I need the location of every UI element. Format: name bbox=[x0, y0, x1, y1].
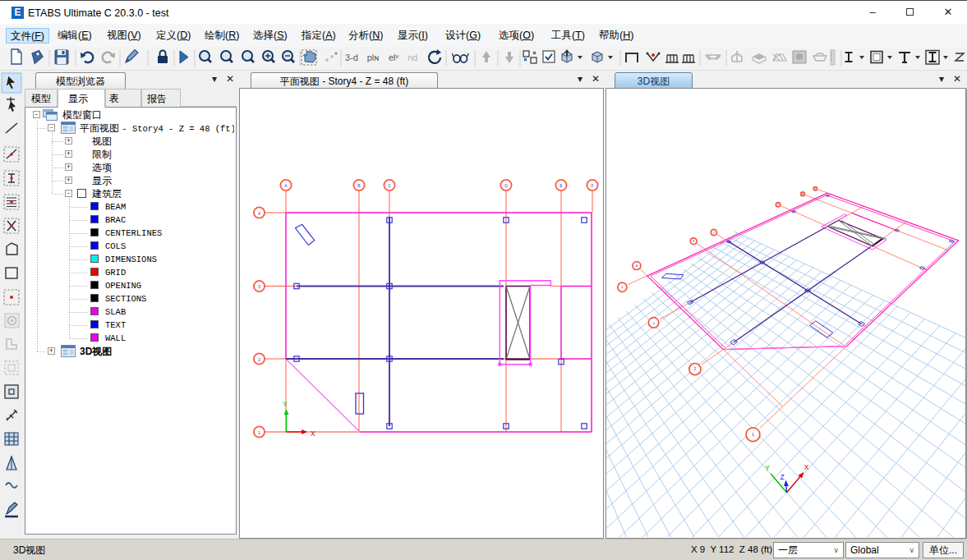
svg-text:2: 2 bbox=[258, 357, 260, 362]
svg-text:elᵛ: elᵛ bbox=[389, 53, 399, 62]
svg-text:C: C bbox=[388, 183, 391, 188]
svg-text:X: X bbox=[804, 463, 809, 471]
svg-text:plɴ: plɴ bbox=[367, 53, 380, 62]
svg-text:nd: nd bbox=[408, 53, 417, 62]
svg-text:1: 1 bbox=[752, 432, 754, 437]
svg-text:3-d: 3-d bbox=[345, 53, 358, 62]
svg-text:2: 2 bbox=[694, 367, 697, 371]
svg-text:E: E bbox=[559, 183, 563, 188]
svg-text:F: F bbox=[814, 187, 816, 190]
svg-text:E: E bbox=[802, 193, 804, 196]
svg-text:Y: Y bbox=[765, 464, 770, 472]
svg-text:Y: Y bbox=[283, 400, 288, 408]
svg-text:3: 3 bbox=[258, 284, 260, 289]
svg-text:4: 4 bbox=[258, 211, 260, 216]
svg-text:F: F bbox=[591, 183, 593, 188]
svg-text:B: B bbox=[693, 240, 694, 243]
svg-text:1: 1 bbox=[258, 430, 260, 435]
svg-text:B: B bbox=[357, 183, 361, 188]
svg-text:4: 4 bbox=[621, 286, 623, 289]
svg-text:Z: Z bbox=[781, 473, 785, 481]
svg-text:X: X bbox=[311, 429, 315, 438]
svg-text:A: A bbox=[284, 183, 288, 188]
svg-text:D: D bbox=[504, 183, 508, 188]
